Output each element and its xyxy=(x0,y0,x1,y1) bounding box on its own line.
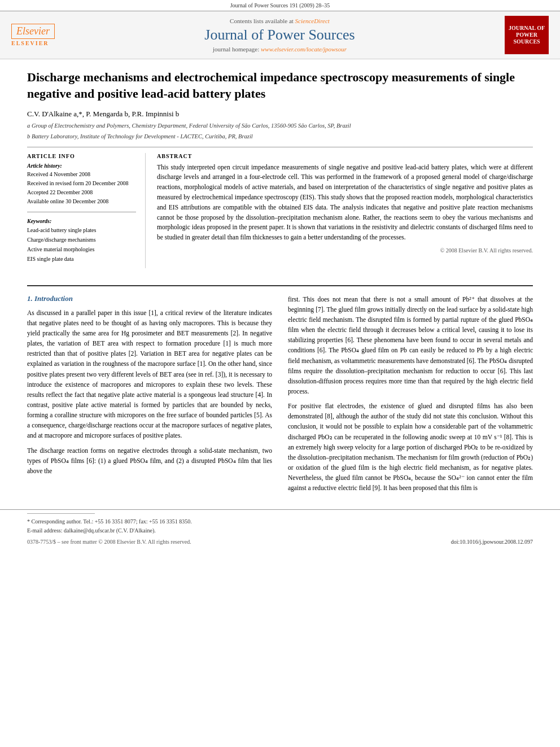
journal-banner-center: Contents lists available at ScienceDirec… xyxy=(55,18,505,53)
logo-title-line2: POWER xyxy=(516,32,537,38)
main-content: 1. Introduction As discussed in a parall… xyxy=(0,285,560,498)
divider-1 xyxy=(27,147,533,147)
introduction-col-right: first. This does not mean that there is … xyxy=(288,294,533,498)
abstract-heading: ABSTRACT xyxy=(157,153,533,159)
contents-available: Contents lists available at ScienceDirec… xyxy=(55,18,505,24)
divider-keywords xyxy=(27,212,136,212)
intro-paragraph-1: As discussed in a parallel paper in this… xyxy=(27,308,272,441)
abstract-col: ABSTRACT This study interpreted open cir… xyxy=(157,153,533,268)
logo-title-line1: JOURNAL OF xyxy=(509,25,545,32)
journal-ref-text: Journal of Power Sources 191 (2009) 28–3… xyxy=(230,2,330,8)
article-history-label: Article history: xyxy=(27,163,136,169)
article-footer: * Corresponding author. Tel.: +55 16 335… xyxy=(0,509,560,551)
journal-header-banner: Elsevier ELSEVIER Contents lists availab… xyxy=(0,11,560,59)
elsevier-label: ELSEVIER xyxy=(11,40,49,46)
journal-title: Journal of Power Sources xyxy=(55,27,505,43)
intro-paragraph-2: The discharge reaction forms on negative… xyxy=(27,445,272,476)
footer-rule xyxy=(27,513,95,514)
elsevier-wordmark: Elsevier xyxy=(11,24,55,39)
section-intro-title: 1. Introduction xyxy=(27,294,272,303)
article-received: Received 4 November 2008 Received in rev… xyxy=(27,170,136,206)
footnote-email: E-mail address: dalkaine@dq.ufscar.br (C… xyxy=(27,526,533,535)
article-info-abstract: ARTICLE INFO Article history: Received 4… xyxy=(27,153,533,268)
article-info-heading: ARTICLE INFO xyxy=(27,153,136,159)
affiliation-a: a Group of Electrochemistry and Polymers… xyxy=(27,122,533,130)
homepage-url[interactable]: www.elsevier.com/locate/jpowsour xyxy=(261,46,347,53)
journal-reference: Journal of Power Sources 191 (2009) 28–3… xyxy=(0,0,560,11)
article-history-block: Article history: Received 4 November 200… xyxy=(27,163,136,206)
journal-logo: JOURNAL OF POWER SOURCES xyxy=(505,16,549,54)
right-paragraph-2: For positive flat electrodes, the existe… xyxy=(288,401,533,493)
logo-title-line3: SOURCES xyxy=(513,38,540,45)
article-header-section: Discharge mechanisms and electrochemical… xyxy=(0,59,560,279)
introduction-col-left: 1. Introduction As discussed in a parall… xyxy=(27,294,272,498)
footer-bottom: 0378-7753/$ – see front matter © 2008 El… xyxy=(27,539,533,545)
main-two-col: 1. Introduction As discussed in a parall… xyxy=(27,294,533,498)
keywords-label: Keywords: xyxy=(27,218,136,224)
journal-homepage: journal homepage: www.elsevier.com/locat… xyxy=(55,46,505,53)
footer-doi: doi:10.1016/j.jpowsour.2008.12.097 xyxy=(451,539,533,545)
affiliation-b: b Battery Laboratory, Institute of Techn… xyxy=(27,133,533,141)
sciencedirect-link[interactable]: ScienceDirect xyxy=(295,18,330,24)
abstract-text: This study interpreted open circuit impe… xyxy=(157,163,533,243)
keywords-block: Keywords: Lead-acid battery single plate… xyxy=(27,218,136,264)
right-paragraph-1: first. This does not mean that there is … xyxy=(288,294,533,397)
article-info-col: ARTICLE INFO Article history: Received 4… xyxy=(27,153,146,268)
copyright-line: © 2008 Elsevier B.V. All rights reserved… xyxy=(157,247,533,254)
elsevier-logo-box: Elsevier ELSEVIER xyxy=(11,24,55,46)
keywords-list: Lead-acid battery single plates Charge/d… xyxy=(27,225,136,264)
footer-issn: 0378-7753/$ – see front matter © 2008 El… xyxy=(27,539,191,545)
footnote-corresponding: * Corresponding author. Tel.: +55 16 335… xyxy=(27,517,533,526)
page: Journal of Power Sources 191 (2009) 28–3… xyxy=(0,0,560,747)
article-authors: C.V. D'Alkaine a,*, P. Mengarda b, P.R. … xyxy=(27,110,533,119)
main-divider xyxy=(27,285,533,286)
article-title: Discharge mechanisms and electrochemical… xyxy=(27,69,533,102)
